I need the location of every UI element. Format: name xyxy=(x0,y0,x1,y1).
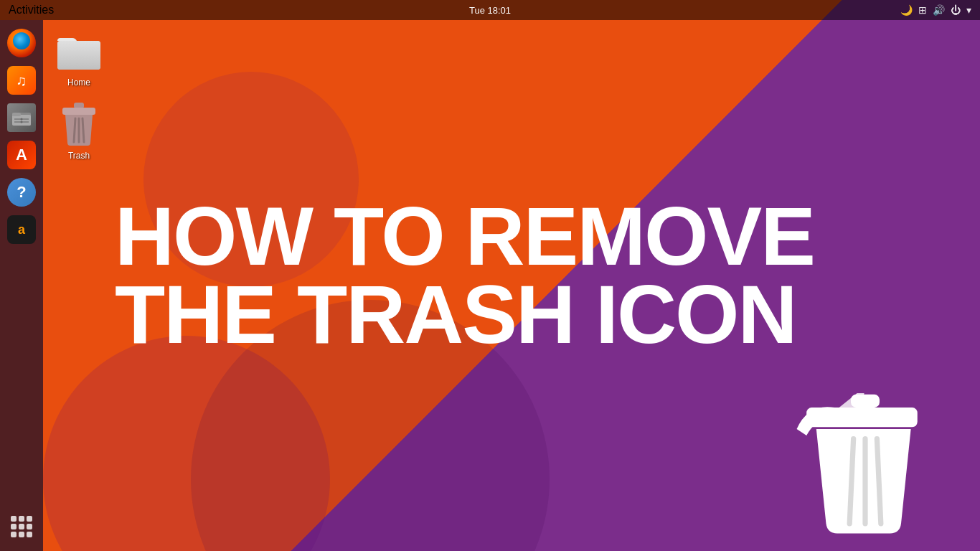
desktop-icon-trash[interactable]: Trash xyxy=(50,102,108,161)
svg-point-6 xyxy=(21,121,23,123)
trash-folder-icon xyxy=(56,102,102,148)
sidebar-item-files[interactable] xyxy=(4,100,39,135)
files-icon xyxy=(7,103,36,132)
software-center-icon: A xyxy=(7,141,36,169)
sidebar-item-rhythmbox[interactable]: ♫ xyxy=(4,63,39,98)
network-icon[interactable]: ⊞ xyxy=(918,4,927,16)
chevron-down-icon[interactable]: ▾ xyxy=(966,4,971,16)
sidebar-item-show-apps[interactable] xyxy=(4,509,39,544)
svg-line-13 xyxy=(83,118,84,142)
activities-button[interactable]: Activities xyxy=(9,4,54,17)
volume-icon[interactable]: 🔊 xyxy=(933,4,945,16)
firefox-icon xyxy=(7,29,36,57)
topbar-clock: Tue 18:01 xyxy=(469,5,511,16)
sidebar-item-software-center[interactable]: A xyxy=(4,138,39,172)
svg-rect-10 xyxy=(62,108,95,115)
hero-line2: THE TRASH ICON xyxy=(115,276,814,354)
topbar-system-icons: 🌙 ⊞ 🔊 ⏻ ▾ xyxy=(900,4,971,16)
sidebar-item-amazon[interactable]: a xyxy=(4,212,39,247)
hero-line1: HOW TO REMOVE xyxy=(115,197,814,276)
svg-rect-2 xyxy=(12,113,21,116)
help-icon: ? xyxy=(7,178,36,207)
sidebar-item-help[interactable]: ? xyxy=(4,175,39,209)
home-folder-icon xyxy=(56,29,102,75)
trash-icon-label: Trash xyxy=(68,151,90,161)
svg-point-5 xyxy=(21,118,23,121)
topbar: Activities Tue 18:01 🌙 ⊞ 🔊 ⏻ ▾ xyxy=(0,0,980,20)
home-icon-label: Home xyxy=(67,77,90,88)
night-mode-icon[interactable]: 🌙 xyxy=(900,4,913,16)
big-trash-icon xyxy=(793,393,937,537)
svg-rect-8 xyxy=(57,41,100,70)
desktop-icon-home[interactable]: Home xyxy=(50,29,108,88)
big-trash-svg xyxy=(793,393,937,537)
svg-rect-9 xyxy=(74,103,84,108)
sidebar-dock: ♫ A ? xyxy=(0,20,43,551)
power-icon[interactable]: ⏻ xyxy=(951,4,961,16)
sidebar-item-firefox[interactable] xyxy=(4,26,39,60)
rhythmbox-icon: ♫ xyxy=(7,66,36,95)
apps-grid-icon xyxy=(7,512,36,541)
svg-line-11 xyxy=(74,118,75,142)
hero-text-area: HOW TO REMOVE THE TRASH ICON xyxy=(115,197,814,354)
desktop: Activities Tue 18:01 🌙 ⊞ 🔊 ⏻ ▾ ♫ xyxy=(0,0,980,551)
desktop-icons-area: Home Trash xyxy=(50,29,108,161)
amazon-icon: a xyxy=(7,215,36,244)
